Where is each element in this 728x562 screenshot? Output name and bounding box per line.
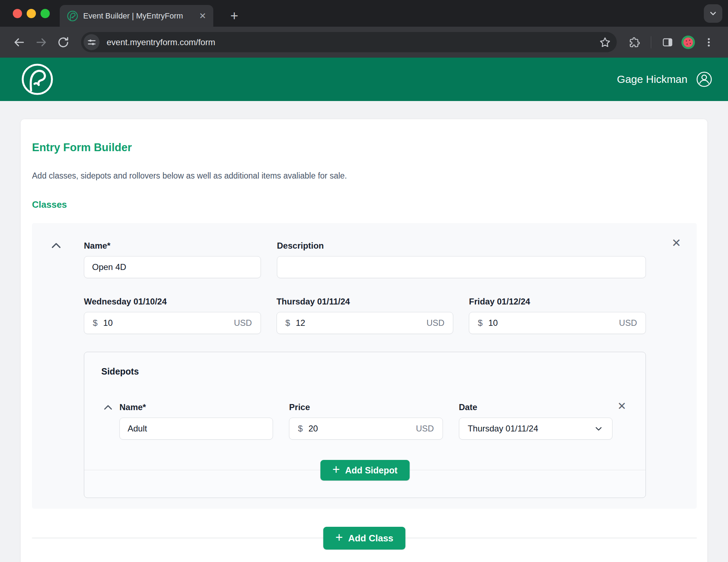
bookmark-star-icon[interactable] <box>599 36 611 48</box>
sidepot-date-label: Date <box>459 402 612 412</box>
selected-date: Thursday 01/11/24 <box>468 424 538 434</box>
dollar-symbol: $ <box>478 318 482 328</box>
day-price-field-group: Thursday 01/11/24 $ 12 USD <box>277 297 454 334</box>
sidepot-price-input[interactable]: $ 20 USD <box>289 418 443 440</box>
class-collapse-button[interactable] <box>49 239 63 253</box>
class-description-input[interactable] <box>277 256 646 278</box>
window-close-button[interactable] <box>13 9 22 18</box>
extensions-button[interactable] <box>625 33 644 52</box>
url-text[interactable]: event.myentryform.com/form <box>107 37 215 47</box>
tab-search-button[interactable] <box>704 4 722 23</box>
user-name: Gage Hickman <box>617 73 687 85</box>
sidepots-footer: + Add Sidepot <box>84 470 646 498</box>
add-class-button[interactable]: + Add Class <box>323 527 405 550</box>
tune-icon <box>87 37 97 47</box>
day-price-input[interactable]: $ 10 USD <box>84 312 261 334</box>
reload-button[interactable] <box>54 33 73 52</box>
chevron-down-icon <box>708 9 718 18</box>
window-zoom-button[interactable] <box>41 9 50 18</box>
sidepot-name-label: Name* <box>119 402 273 412</box>
class-description-field-group: Description <box>277 241 646 278</box>
window-controls <box>13 0 50 27</box>
currency-code: USD <box>234 318 252 328</box>
new-tab-button[interactable]: + <box>226 7 242 24</box>
day-price-field-group: Friday 01/12/24 $ 10 USD <box>469 297 646 334</box>
class-remove-button[interactable]: ✕ <box>669 235 683 251</box>
page-body: Entry Form Builder Add classes, sidepots… <box>0 101 728 562</box>
browser-toolbar: event.myentryform.com/form <box>0 27 728 58</box>
class-card: ✕ Name* Description Wednesday 01/10/24 $… <box>32 223 697 509</box>
sidepots-heading: Sidepots <box>101 366 628 377</box>
horse-logo-icon[interactable] <box>21 63 54 96</box>
currency-code: USD <box>619 318 637 328</box>
day-label: Friday 01/12/24 <box>469 297 646 307</box>
sidepot-date-select[interactable]: Thursday 01/11/24 <box>459 418 612 440</box>
forward-arrow-icon <box>35 36 48 49</box>
browser-tab[interactable]: Event Builder | MyEntryForm ✕ <box>60 5 213 27</box>
day-price-input[interactable]: $ 12 USD <box>277 312 454 334</box>
price-amount[interactable]: 10 <box>103 318 113 328</box>
sidepots-section: Sidepots ✕ Name* Price Date <box>84 352 646 498</box>
add-class-label: Add Class <box>348 533 393 544</box>
day-price-input[interactable]: $ 10 USD <box>469 312 646 334</box>
dollar-symbol: $ <box>285 318 290 328</box>
add-sidepot-button[interactable]: + Add Sidepot <box>320 460 410 481</box>
side-panel-button[interactable] <box>658 33 677 52</box>
page-title: Entry Form Builder <box>32 141 697 154</box>
class-name-label: Name* <box>84 241 261 251</box>
add-class-area: + Add Class <box>32 538 697 562</box>
day-price-field-group: Wednesday 01/10/24 $ 10 USD <box>84 297 261 334</box>
browser-tab-strip: Event Builder | MyEntryForm ✕ + <box>0 0 728 27</box>
plus-icon: + <box>335 537 343 539</box>
price-amount[interactable]: 10 <box>488 318 498 328</box>
class-day-prices-row: Wednesday 01/10/24 $ 10 USD Thursday 01/… <box>84 297 646 334</box>
watermelon-avatar-icon <box>681 35 696 50</box>
add-sidepot-label: Add Sidepot <box>345 465 397 476</box>
toolbar-divider <box>651 36 651 48</box>
class-description-label: Description <box>277 241 646 251</box>
tab-title: Event Builder | MyEntryForm <box>83 11 194 21</box>
window-minimize-button[interactable] <box>27 9 36 18</box>
sidepot-name-input[interactable] <box>119 418 273 440</box>
forward-button[interactable] <box>32 33 50 52</box>
price-amount[interactable]: 12 <box>296 318 305 328</box>
sidepot-labels-row: Name* Price Date <box>119 402 612 412</box>
classes-heading: Classes <box>32 199 697 210</box>
class-name-input[interactable] <box>84 256 261 278</box>
reload-icon <box>57 36 70 49</box>
day-label: Thursday 01/11/24 <box>277 297 454 307</box>
sidepot-remove-button[interactable]: ✕ <box>616 399 628 413</box>
side-panel-icon <box>662 37 673 48</box>
sidepot-collapse-button[interactable] <box>101 401 115 414</box>
form-builder-card: Entry Form Builder Add classes, sidepots… <box>20 119 708 562</box>
currency-code: USD <box>416 424 434 434</box>
chevron-up-icon <box>102 402 114 413</box>
class-name-field-group: Name* <box>84 241 261 278</box>
back-button[interactable] <box>10 33 28 52</box>
profile-avatar[interactable] <box>680 35 696 50</box>
currency-code: USD <box>427 318 445 328</box>
price-amount[interactable]: 20 <box>309 424 318 434</box>
app-header: Gage Hickman <box>0 58 728 101</box>
dollar-symbol: $ <box>298 424 303 434</box>
sidepot-inputs-row: $ 20 USD Thursday 01/11/24 <box>119 418 612 440</box>
sidepot-price-label: Price <box>289 402 443 412</box>
chevron-up-icon <box>50 239 63 252</box>
plus-icon: + <box>332 470 340 471</box>
sidepot-row: ✕ Name* Price Date $ 20 USD <box>101 402 628 440</box>
user-account-icon[interactable] <box>696 71 712 88</box>
tab-close-icon[interactable]: ✕ <box>199 12 206 20</box>
kebab-menu-icon <box>703 37 714 48</box>
browser-menu-button[interactable] <box>700 33 718 52</box>
site-favicon-horse-icon <box>67 10 78 22</box>
dollar-symbol: $ <box>93 318 97 328</box>
page-subtitle: Add classes, sidepots and rollovers belo… <box>32 171 697 181</box>
site-info-button[interactable] <box>84 34 100 50</box>
class-name-description-row: Name* Description <box>84 241 646 278</box>
address-bar[interactable]: event.myentryform.com/form <box>81 32 617 52</box>
day-label: Wednesday 01/10/24 <box>84 297 261 307</box>
back-arrow-icon <box>13 36 26 49</box>
chevron-down-icon <box>594 424 604 434</box>
puzzle-piece-icon <box>629 37 640 48</box>
